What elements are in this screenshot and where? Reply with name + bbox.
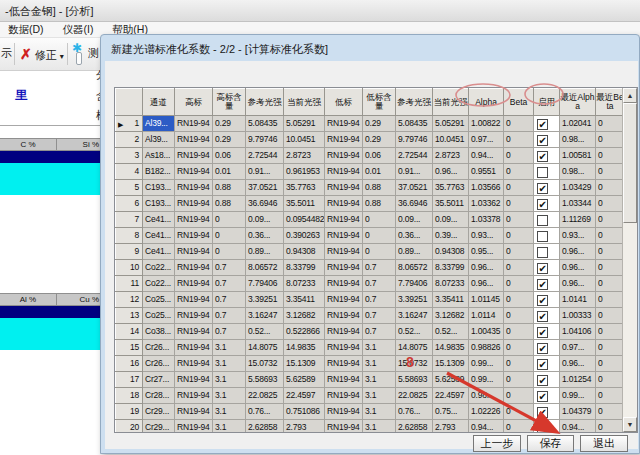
cell-beta[interactable]: 0	[504, 404, 534, 420]
cell-alpha[interactable]: 1.03378	[469, 212, 504, 228]
cell-high-standard[interactable]: RN19-94	[175, 260, 213, 276]
cell-cur-intensity-2[interactable]: 14.9835	[433, 340, 469, 356]
scroll-up-icon[interactable]: ▲	[623, 88, 637, 103]
cell-low-content[interactable]: 0.7	[363, 324, 396, 340]
cell-high-content[interactable]: 0.7	[213, 308, 246, 324]
cell-ref-intensity-2[interactable]: 5.08435	[396, 116, 433, 132]
enable-checkbox[interactable]: ✔	[537, 311, 548, 322]
cell-ref-intensity-2[interactable]: 0.36...	[396, 228, 433, 244]
cell-high-content[interactable]: 3.1	[213, 356, 246, 372]
cell-recent-alpha[interactable]: 1.03344	[560, 196, 596, 212]
cell-low-content[interactable]: 0.88	[363, 180, 396, 196]
cell-ref-intensity-2[interactable]: 2.62858	[396, 420, 433, 434]
menu-instrument[interactable]: 仪器(I)	[55, 22, 102, 37]
cell-ref-intensity-1[interactable]: 0.89...	[246, 244, 284, 260]
cell-ref-intensity-1[interactable]: 0.76...	[246, 404, 284, 420]
cell-ref-intensity-1[interactable]: 9.79746	[246, 132, 284, 148]
cell-recent-beta[interactable]: 0	[596, 340, 625, 356]
cell-recent-alpha[interactable]: 0.98...	[560, 132, 596, 148]
cell-low-standard[interactable]: RN19-94	[325, 356, 363, 372]
row-number[interactable]: 16	[116, 356, 143, 372]
correct-button[interactable]: ✗ 修正 ▾	[20, 46, 64, 63]
cell-low-content[interactable]: 0.7	[363, 292, 396, 308]
cell-recent-alpha[interactable]: 1.0141	[560, 292, 596, 308]
cell-recent-beta[interactable]: 0	[596, 116, 625, 132]
cell-alpha[interactable]: 0.93...	[469, 228, 504, 244]
cell-cur-intensity-2[interactable]: 0.94308	[433, 244, 469, 260]
exit-button[interactable]: 退出	[580, 435, 628, 452]
cell-alpha[interactable]: 0.97...	[469, 132, 504, 148]
cell-high-content[interactable]: 0.7	[213, 276, 246, 292]
cell-high-content[interactable]: 0	[213, 212, 246, 228]
cell-recent-alpha[interactable]: 1.00333	[560, 308, 596, 324]
row-number[interactable]: 19	[116, 404, 143, 420]
enable-checkbox[interactable]: ✔	[537, 295, 548, 306]
cell-low-standard[interactable]: RN19-94	[325, 148, 363, 164]
cell-recent-beta[interactable]: 0	[596, 260, 625, 276]
cell-cur-intensity-2[interactable]: 5.05291	[433, 116, 469, 132]
table-row[interactable]: 3As18...RN19-940.062.725442.8723RN19-940…	[116, 148, 625, 164]
cell-enable[interactable]: ✔	[534, 116, 560, 132]
save-button[interactable]: 保存	[527, 435, 574, 452]
cell-high-content[interactable]: 0.29	[213, 132, 246, 148]
cell-low-content[interactable]: 3.1	[363, 388, 396, 404]
cell-alpha[interactable]: 1.01145	[469, 292, 504, 308]
cell-recent-alpha[interactable]: 1.00581	[560, 148, 596, 164]
col-cur-intensity-2[interactable]: 当前光强	[433, 89, 469, 116]
cell-cur-intensity-2[interactable]: 2.8723	[433, 148, 469, 164]
cell-cur-intensity-1[interactable]: 3.35411	[284, 292, 325, 308]
cell-low-standard[interactable]: RN19-94	[325, 132, 363, 148]
cell-ref-intensity-2[interactable]: 0.91...	[396, 164, 433, 180]
cell-ref-intensity-2[interactable]: 3.39251	[396, 292, 433, 308]
cell-beta[interactable]: 0	[504, 292, 534, 308]
row-number[interactable]: 6	[116, 196, 143, 212]
table-row[interactable]: 7Ce41...RN19-9400.09...0.0954482RN19-940…	[116, 212, 625, 228]
cell-cur-intensity-2[interactable]: 3.12682	[433, 308, 469, 324]
cell-cur-intensity-1[interactable]: 22.4597	[284, 388, 325, 404]
cell-low-standard[interactable]: RN19-94	[325, 196, 363, 212]
cell-recent-beta[interactable]: 0	[596, 212, 625, 228]
cell-low-standard[interactable]: RN19-94	[325, 292, 363, 308]
cell-cur-intensity-1[interactable]: 35.7763	[284, 180, 325, 196]
cell-enable[interactable]: ✔	[534, 148, 560, 164]
cell-low-content[interactable]: 0	[363, 212, 396, 228]
cell-ref-intensity-1[interactable]: 0.36...	[246, 228, 284, 244]
cell-low-standard[interactable]: RN19-94	[325, 324, 363, 340]
enable-checkbox[interactable]: ✔	[537, 183, 548, 194]
cell-alpha[interactable]: 0.94...	[469, 420, 504, 434]
cell-high-standard[interactable]: RN19-94	[175, 116, 213, 132]
cell-high-content[interactable]: 0.88	[213, 196, 246, 212]
cell-channel[interactable]: C193...	[143, 180, 175, 196]
cell-cur-intensity-2[interactable]: 8.07233	[433, 276, 469, 292]
cell-high-content[interactable]: 3.1	[213, 372, 246, 388]
row-number[interactable]: 14	[116, 324, 143, 340]
cell-alpha[interactable]: 1.00822	[469, 116, 504, 132]
cell-recent-beta[interactable]: 0	[596, 404, 625, 420]
cell-alpha[interactable]: 0.99...	[469, 356, 504, 372]
cell-high-content[interactable]: 0.7	[213, 292, 246, 308]
enable-checkbox[interactable]: ✔	[537, 119, 548, 130]
row-number[interactable]: 5	[116, 180, 143, 196]
row-number[interactable]: 13	[116, 308, 143, 324]
cell-high-content[interactable]: 3.1	[213, 420, 246, 434]
table-row[interactable]: 8Ce41...RN19-9400.36...0.390263RN19-9400…	[116, 228, 625, 244]
cell-ref-intensity-2[interactable]: 8.06572	[396, 260, 433, 276]
cell-ref-intensity-1[interactable]: 5.58693	[246, 372, 284, 388]
cell-cur-intensity-2[interactable]: 0.09...	[433, 212, 469, 228]
cell-low-standard[interactable]: RN19-94	[325, 308, 363, 324]
cell-high-standard[interactable]: RN19-94	[175, 148, 213, 164]
cell-beta[interactable]: 0	[504, 164, 534, 180]
table-row[interactable]: 17Cr27...RN19-943.15.586935.62589RN19-94…	[116, 372, 625, 388]
cell-beta[interactable]: 0	[504, 180, 534, 196]
col-high-standard[interactable]: 高标	[175, 89, 213, 116]
cell-channel[interactable]: Co25...	[143, 292, 175, 308]
col-recent-alpha[interactable]: 最近Alpha	[560, 89, 596, 116]
table-row[interactable]: 15Cr26...RN19-943.114.807514.9835RN19-94…	[116, 340, 625, 356]
enable-checkbox[interactable]: ✔	[537, 135, 548, 146]
cell-ref-intensity-1[interactable]: 2.72544	[246, 148, 284, 164]
cell-recent-beta[interactable]: 0	[596, 148, 625, 164]
row-number[interactable]: 15	[116, 340, 143, 356]
cell-enable[interactable]: ✔	[534, 388, 560, 404]
cell-low-standard[interactable]: RN19-94	[325, 372, 363, 388]
cell-alpha[interactable]: 0.98826	[469, 340, 504, 356]
